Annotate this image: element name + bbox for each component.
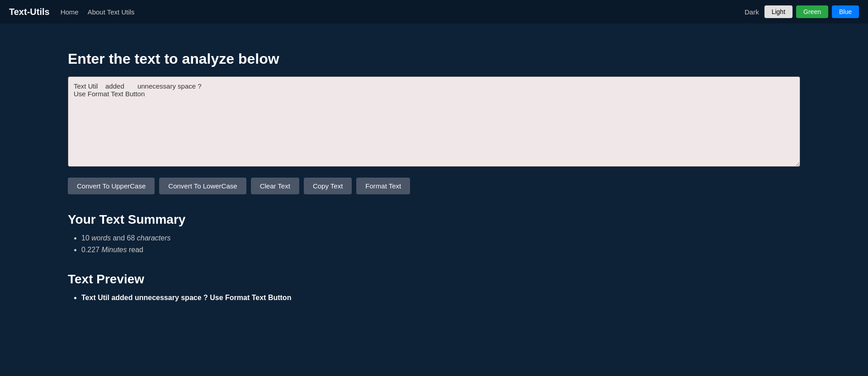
lowercase-button[interactable]: Convert To LowerCase	[159, 178, 246, 194]
text-input[interactable]: Text Util added unnecessary space ? Use …	[68, 76, 800, 167]
page-heading: Enter the text to analyze below	[68, 51, 800, 67]
summary-item-words-chars: 10 words and 68 characters	[81, 234, 800, 242]
clear-button[interactable]: Clear Text	[251, 178, 299, 194]
buttons-row: Convert To UpperCase Convert To LowerCas…	[68, 178, 800, 194]
navbar-left: Text-Utils Home About Text Utils	[9, 7, 135, 17]
read-text: read	[127, 246, 143, 254]
preview-list: Text Util added unnecessary space ? Use …	[68, 294, 800, 302]
minutes-value: 0.227	[81, 246, 101, 254]
theme-light-button[interactable]: Light	[764, 5, 793, 18]
minutes-label: Minutes	[101, 246, 127, 254]
words-label: words	[91, 234, 111, 242]
word-count: 10	[81, 234, 91, 242]
summary-list: 10 words and 68 characters 0.227 Minutes…	[68, 234, 800, 254]
preview-heading: Text Preview	[68, 272, 800, 287]
navbar: Text-Utils Home About Text Utils Dark Li…	[0, 0, 868, 24]
and-chars-text: and 68	[111, 234, 137, 242]
summary-heading: Your Text Summary	[68, 212, 800, 227]
uppercase-button[interactable]: Convert To UpperCase	[68, 178, 155, 194]
theme-green-button[interactable]: Green	[796, 5, 828, 18]
textarea-container: Text Util added unnecessary space ? Use …	[68, 76, 800, 169]
nav-link-home[interactable]: Home	[61, 8, 79, 16]
theme-label: Dark	[745, 8, 759, 16]
nav-link-about[interactable]: About Text Utils	[88, 8, 135, 16]
navbar-links: Home About Text Utils	[61, 8, 135, 16]
summary-item-minutes: 0.227 Minutes read	[81, 246, 800, 254]
format-button[interactable]: Format Text	[356, 178, 410, 194]
main-content: Enter the text to analyze below Text Uti…	[0, 24, 868, 320]
navbar-right: Dark Light Green Blue	[745, 5, 859, 18]
navbar-brand[interactable]: Text-Utils	[9, 7, 50, 17]
copy-button[interactable]: Copy Text	[304, 178, 352, 194]
preview-item: Text Util added unnecessary space ? Use …	[81, 294, 800, 302]
theme-blue-button[interactable]: Blue	[832, 5, 859, 18]
characters-label: characters	[137, 234, 171, 242]
